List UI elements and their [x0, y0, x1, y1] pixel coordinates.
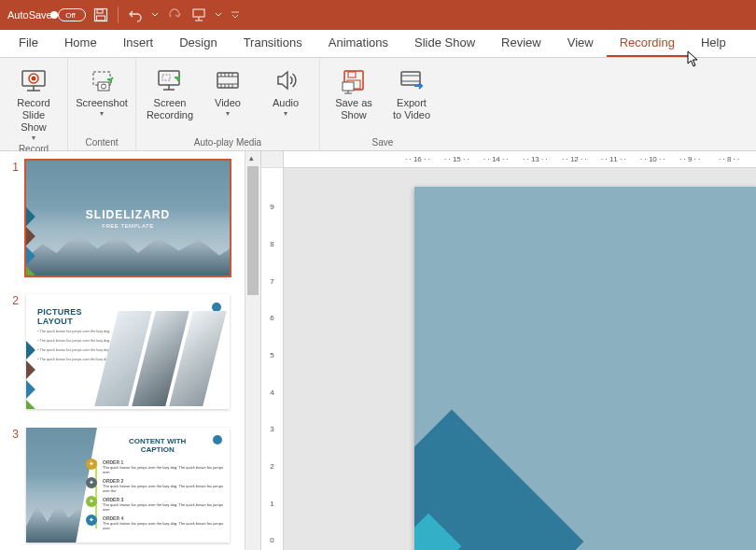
screenshot-label: Screenshot — [76, 97, 128, 109]
svg-rect-2 — [96, 16, 105, 21]
thumbnail-number: 2 — [7, 294, 19, 409]
autosave-label: AutoSave — [7, 9, 52, 21]
present-dropdown-icon[interactable] — [214, 6, 223, 24]
thumbnail-row: 2PICTURESLAYOUT• The quick brown fox jum… — [0, 285, 260, 418]
tab-transitions[interactable]: Transitions — [231, 29, 315, 57]
saveshow-icon — [339, 65, 369, 95]
tab-file[interactable]: File — [6, 29, 51, 57]
dropdown-caret-icon: ▾ — [32, 134, 35, 142]
svg-point-11 — [32, 77, 36, 81]
audio-label: Audio — [273, 97, 299, 109]
group-label: Save — [372, 135, 394, 150]
tab-help[interactable]: Help — [688, 29, 739, 57]
save-icon[interactable] — [91, 6, 110, 24]
dropdown-caret-icon: ▾ — [284, 109, 287, 118]
video-icon — [213, 65, 243, 95]
thumbnail-number: 3 — [7, 428, 19, 543]
present-icon[interactable] — [189, 6, 208, 24]
body: 1SLIDELIZARDFREE TEMPLATE2PICTURESLAYOUT… — [0, 151, 756, 550]
record-icon — [19, 65, 49, 95]
svg-rect-36 — [401, 72, 420, 85]
screenshot-button[interactable]: Screenshot▾ — [74, 62, 130, 135]
ribbon-group-record: Record Slide Show▾Record — [0, 58, 68, 150]
export-icon — [397, 65, 427, 95]
slide-title: PICTURESLAYOUT — [37, 307, 82, 326]
thumbnail-scrollbar[interactable] — [245, 151, 260, 550]
export-to-video-label: Export to Video — [393, 97, 430, 121]
title-bar: AutoSave Off — [0, 0, 756, 30]
slide-thumbnail-2[interactable]: PICTURESLAYOUT• The quick brown fox jump… — [26, 294, 230, 409]
canvas-area[interactable] — [284, 168, 756, 550]
screen-recording-button[interactable]: Screen Recording — [142, 62, 198, 135]
qat-customize-icon[interactable] — [229, 6, 242, 24]
dropdown-caret-icon: ▾ — [100, 109, 104, 118]
thumbnail-row: 3CONTENT WITHCAPTION✦ORDER 1The quick br… — [0, 418, 260, 550]
slide-canvas[interactable] — [414, 187, 756, 550]
record-slide-show-label: Record Slide Show — [6, 97, 62, 134]
thumbnail-number: 1 — [7, 161, 19, 275]
slide-thumbnail-3[interactable]: CONTENT WITHCAPTION✦ORDER 1The quick bro… — [26, 428, 230, 543]
undo-dropdown-icon[interactable] — [150, 6, 160, 24]
ribbon: Record Slide Show▾RecordScreenshot▾Conte… — [0, 58, 756, 151]
svg-rect-3 — [193, 9, 204, 17]
video-label: Video — [215, 97, 241, 109]
screen-recording-label: Screen Recording — [147, 97, 193, 121]
audio-icon — [271, 65, 301, 95]
slide-title: SLIDELIZARD — [86, 208, 170, 221]
tab-insert[interactable]: Insert — [110, 29, 167, 57]
svg-rect-33 — [343, 82, 354, 91]
audio-button[interactable]: Audio▾ — [258, 62, 314, 135]
ribbon-group-auto-play-media: Screen RecordingVideo▾Audio▾Auto-play Me… — [136, 58, 320, 150]
undo-icon[interactable] — [126, 6, 145, 24]
tab-review[interactable]: Review — [488, 29, 554, 57]
slide-body: • The quick brown fox jumps over the laz… — [37, 328, 109, 365]
thumbnail-panel[interactable]: 1SLIDELIZARDFREE TEMPLATE2PICTURESLAYOUT… — [0, 151, 261, 550]
autosave-control[interactable]: AutoSave Off — [7, 8, 86, 21]
slide-subtitle: FREE TEMPLATE — [102, 223, 153, 229]
ribbon-group-content: Screenshot▾Content — [68, 58, 136, 150]
tab-strip: FileHomeInsertDesignTransitionsAnimation… — [0, 30, 756, 58]
scrollbar-thumb[interactable] — [247, 166, 259, 295]
tab-recording[interactable]: Recording — [607, 29, 688, 57]
svg-rect-19 — [217, 73, 238, 88]
save-as-show-button[interactable]: Save as Show — [326, 62, 382, 135]
tab-design[interactable]: Design — [166, 29, 230, 57]
redo-icon[interactable] — [165, 6, 184, 24]
editor-area: 9876543210 · · 16 · ·· · 15 · ·· · 14 · … — [261, 151, 756, 550]
svg-rect-18 — [162, 75, 170, 80]
video-button[interactable]: Video▾ — [200, 62, 256, 135]
horizontal-ruler: · · 16 · ·· · 15 · ·· · 14 · ·· · 13 · ·… — [284, 151, 756, 168]
record-slide-show-button[interactable]: Record Slide Show▾ — [6, 62, 62, 142]
svg-rect-1 — [97, 9, 103, 13]
dropdown-caret-icon: ▾ — [226, 109, 230, 118]
vertical-ruler: 9876543210 — [261, 151, 284, 550]
save-as-show-label: Save as Show — [335, 97, 372, 121]
tab-view[interactable]: View — [554, 29, 607, 57]
svg-rect-31 — [348, 72, 356, 78]
slide-title: CONTENT WITHCAPTION — [129, 437, 186, 454]
screenrec-icon — [155, 65, 185, 95]
tab-animations[interactable]: Animations — [315, 29, 401, 57]
tab-home[interactable]: Home — [51, 29, 110, 57]
ribbon-group-save: Save as ShowExport to VideoSave — [320, 58, 445, 150]
screenshot-icon — [87, 65, 117, 95]
slide-thumbnail-1[interactable]: SLIDELIZARDFREE TEMPLATE — [26, 161, 230, 275]
group-label: Auto-play Media — [194, 135, 261, 150]
thumbnail-row: 1SLIDELIZARDFREE TEMPLATE — [0, 151, 260, 285]
tab-slide-show[interactable]: Slide Show — [401, 29, 488, 57]
svg-rect-13 — [98, 82, 109, 91]
autosave-toggle[interactable]: Off — [58, 8, 86, 21]
group-label: Content — [85, 135, 118, 150]
export-to-video-button[interactable]: Export to Video — [384, 62, 440, 135]
